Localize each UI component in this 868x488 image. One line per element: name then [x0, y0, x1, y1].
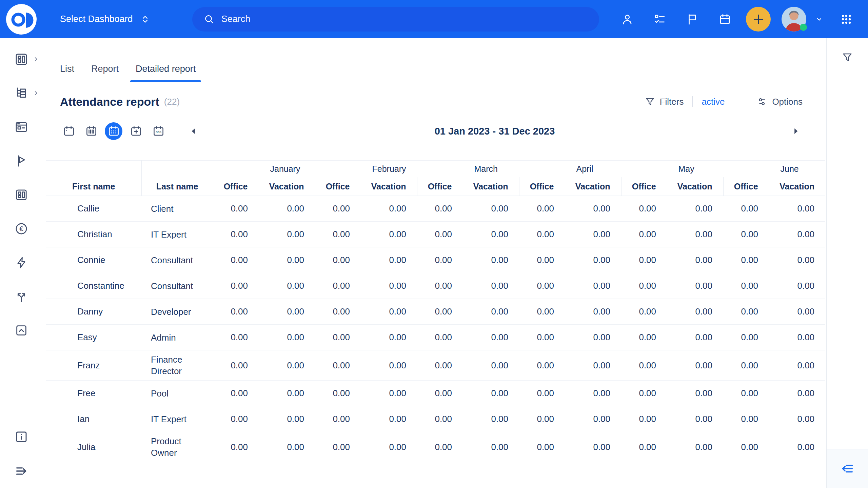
- person-icon: [621, 13, 634, 26]
- apps-grid-button[interactable]: [840, 13, 853, 26]
- last-name-cell: Client: [141, 196, 213, 222]
- view-year-button[interactable]: 365: [150, 122, 167, 140]
- value-cell: [667, 462, 723, 488]
- value-cell: 0.00: [213, 350, 259, 381]
- chevron-right-icon: [32, 56, 40, 63]
- dashboard-selector[interactable]: Select Dashboard: [60, 14, 150, 24]
- first-name-cell: Callie: [46, 196, 141, 222]
- value-cell: 0.00: [361, 325, 417, 350]
- value-cell: 0.00: [667, 381, 723, 406]
- value-cell: 0.00: [723, 273, 769, 299]
- value-cell: 0.00: [361, 273, 417, 299]
- sidebar-item-reports[interactable]: [0, 188, 43, 202]
- value-cell: 0.00: [417, 196, 463, 222]
- last-name-cell: Consultant: [141, 247, 213, 273]
- first-name-cell: Free: [46, 381, 141, 406]
- svg-text:365: 365: [156, 130, 161, 134]
- sidebar-item-import[interactable]: [0, 324, 43, 337]
- user-avatar[interactable]: [782, 7, 806, 32]
- sidebar-item-workflows[interactable]: [0, 290, 43, 303]
- value-cell: 0.00: [463, 432, 519, 462]
- sidebar-item-portal[interactable]: [0, 120, 43, 134]
- filters-button[interactable]: Filters: [645, 97, 684, 107]
- month-header-january: January: [259, 161, 361, 177]
- tasks-button[interactable]: [653, 13, 667, 26]
- value-cell: 0.00: [463, 350, 519, 381]
- vacation-header: Vacation: [361, 177, 417, 196]
- view-week-button[interactable]: [82, 122, 100, 140]
- add-button[interactable]: [746, 7, 771, 32]
- info-icon: [14, 430, 28, 444]
- value-cell: 0.00: [259, 196, 315, 222]
- calendar-button[interactable]: [718, 13, 732, 26]
- office-header: Office: [519, 177, 565, 196]
- sidebar-item-org-structure[interactable]: [0, 86, 43, 100]
- options-button[interactable]: Options: [757, 97, 803, 107]
- month-calendar-icon: [107, 125, 120, 138]
- last-name-cell: Pool: [141, 381, 213, 406]
- value-cell: 0.00: [417, 350, 463, 381]
- value-cell: 0.00: [723, 325, 769, 350]
- value-cell: [361, 462, 417, 488]
- last-name-header: Last name: [141, 177, 213, 196]
- value-cell: 0.00: [213, 381, 259, 406]
- search-input[interactable]: [221, 14, 589, 24]
- value-cell: 0.00: [565, 299, 621, 325]
- online-status-dot: [800, 24, 807, 31]
- value-cell: 0.00: [621, 247, 667, 273]
- value-cell: 0.00: [621, 406, 667, 432]
- value-cell: 0.00: [315, 381, 361, 406]
- tab-list[interactable]: List: [55, 38, 80, 83]
- office-header: Office: [417, 177, 463, 196]
- sidebar-item-onboarding[interactable]: [0, 154, 43, 168]
- value-cell: 0.00: [259, 222, 315, 247]
- attendance-table: JanuaryFebruaryMarchAprilMayJune First n…: [46, 160, 825, 488]
- month-blank-cell: [213, 161, 259, 177]
- value-cell: 0.00: [259, 406, 315, 432]
- value-cell: 0.00: [361, 432, 417, 462]
- app-window: Select Dashboard: [0, 0, 868, 488]
- chevron-down-icon: [815, 15, 824, 24]
- value-cell: 0.00: [259, 381, 315, 406]
- value-cell: 0.00: [519, 247, 565, 273]
- value-cell: 0.00: [769, 406, 825, 432]
- column-header-row: First nameLast nameOfficeVacationOfficeV…: [46, 177, 825, 196]
- sidebar-expand-button[interactable]: [0, 464, 43, 478]
- profile-button[interactable]: [620, 13, 634, 26]
- sidebar-item-payroll[interactable]: €: [0, 222, 43, 236]
- view-day-button[interactable]: [60, 122, 78, 140]
- next-period-button[interactable]: [789, 124, 803, 138]
- tab-detailed-report[interactable]: Detailed report: [130, 38, 201, 83]
- app-logo[interactable]: [0, 0, 43, 38]
- dashboard-widgets-icon: [15, 53, 28, 66]
- vacation-header: Vacation: [565, 177, 621, 196]
- sidebar-item-automations[interactable]: [0, 256, 43, 269]
- value-cell: 0.00: [463, 406, 519, 432]
- goals-button[interactable]: [686, 13, 699, 26]
- global-search[interactable]: [192, 7, 599, 32]
- date-range-label[interactable]: 01 Jan 2023 - 31 Dec 2023: [200, 126, 789, 137]
- value-cell: [723, 462, 769, 488]
- month-header-february: February: [361, 161, 463, 177]
- view-custom-range-button[interactable]: [127, 122, 145, 140]
- panel-collapse-button[interactable]: [827, 449, 868, 488]
- sidebar-item-info[interactable]: [0, 430, 43, 444]
- tab-report[interactable]: Report: [86, 38, 124, 83]
- tab-list-label: List: [60, 64, 74, 74]
- value-cell: 0.00: [519, 406, 565, 432]
- value-cell: 0.00: [723, 299, 769, 325]
- active-filters-link[interactable]: active: [702, 97, 725, 107]
- value-cell: 0.00: [769, 381, 825, 406]
- vacation-header: Vacation: [769, 177, 825, 196]
- panel-filter-button[interactable]: [842, 52, 853, 64]
- month-header-may: May: [667, 161, 769, 177]
- previous-period-button[interactable]: [187, 124, 200, 138]
- collapse-left-icon: [840, 461, 855, 476]
- sidebar-item-dashboards[interactable]: [0, 53, 43, 66]
- vacation-header: Vacation: [259, 177, 315, 196]
- value-cell: 0.00: [259, 325, 315, 350]
- view-month-button[interactable]: [105, 122, 122, 140]
- account-menu-chevron[interactable]: [812, 13, 826, 26]
- value-cell: 0.00: [723, 406, 769, 432]
- value-cell: 0.00: [315, 247, 361, 273]
